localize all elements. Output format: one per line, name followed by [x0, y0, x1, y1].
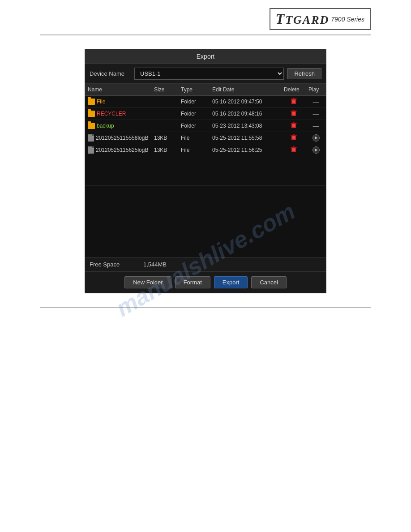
svg-rect-2	[293, 98, 295, 99]
brand-logo: TTGARD 7900 Series	[270, 8, 371, 30]
file-edit-date: 05-25-2012 11:56:25	[210, 147, 281, 153]
no-play-indicator: —	[313, 110, 319, 117]
refresh-button[interactable]: Refresh	[287, 68, 321, 79]
delete-button[interactable]	[291, 97, 297, 106]
file-name-cell: 20120525115558logB	[85, 134, 151, 142]
device-row: Device Name USB1-1 Refresh	[85, 64, 326, 84]
col-play: Play	[306, 86, 326, 94]
file-size: 13KB	[151, 135, 178, 141]
play-cell	[306, 134, 326, 142]
col-edit-date: Edit Date	[210, 86, 281, 94]
play-cell: —	[306, 122, 326, 129]
brand-series: 7900 Series	[331, 16, 364, 23]
export-dialog: Export Device Name USB1-1 Refresh Name S…	[85, 49, 326, 293]
file-name-text: RECYCLER	[97, 111, 126, 117]
file-edit-date: 05-16-2012 09:47:50	[210, 99, 281, 105]
file-list-header: Name Size Type Edit Date Delete Play	[85, 84, 326, 96]
table-row[interactable]: backupFolder05-23-2012 13:43:08 —	[85, 120, 326, 132]
col-size: Size	[151, 86, 178, 94]
file-type: Folder	[178, 99, 210, 105]
free-space-row: Free Space 1,544MB	[85, 257, 326, 272]
play-cell: —	[306, 110, 326, 117]
cancel-button[interactable]: Cancel	[251, 276, 286, 288]
col-type: Type	[178, 86, 210, 94]
new-folder-button[interactable]: New Folder	[124, 276, 171, 288]
delete-cell	[281, 97, 306, 106]
file-icon	[88, 134, 94, 142]
trash-icon	[291, 121, 297, 129]
file-type: Folder	[178, 123, 210, 129]
trash-icon	[291, 97, 297, 104]
svg-rect-7	[291, 111, 297, 112]
file-list-empty	[85, 185, 326, 257]
file-size: 13KB	[151, 147, 178, 153]
col-name: Name	[85, 86, 151, 94]
file-type: Folder	[178, 111, 210, 117]
delete-cell	[281, 146, 306, 154]
svg-rect-25	[291, 147, 297, 148]
format-button[interactable]: Format	[175, 276, 210, 288]
folder-icon	[88, 99, 95, 105]
trash-icon	[291, 109, 297, 116]
no-play-indicator: —	[313, 98, 319, 105]
delete-button[interactable]	[291, 121, 297, 130]
dialog-title: Export	[85, 49, 326, 64]
delete-button[interactable]	[291, 133, 297, 142]
bottom-divider	[40, 307, 371, 308]
file-name-text: 20120525115558logB	[96, 135, 148, 141]
free-space-label: Free Space	[90, 261, 143, 268]
main-content: Export Device Name USB1-1 Refresh Name S…	[0, 35, 411, 293]
file-name-cell: backup	[85, 123, 151, 129]
device-dropdown-wrapper[interactable]: USB1-1	[134, 68, 284, 80]
folder-icon	[88, 111, 95, 117]
file-name-text: backup	[97, 123, 114, 129]
device-label: Device Name	[90, 70, 134, 77]
export-button[interactable]: Export	[214, 276, 248, 288]
svg-rect-13	[291, 123, 297, 124]
file-name-text: File	[97, 99, 105, 105]
file-list: FileFolder05-16-2012 09:47:50 —RECYCLERF…	[85, 96, 326, 185]
play-cell	[306, 146, 326, 154]
svg-rect-14	[293, 122, 295, 123]
svg-rect-20	[293, 134, 295, 135]
file-type: File	[178, 147, 210, 153]
file-edit-date: 05-23-2012 13:43:08	[210, 123, 281, 129]
delete-button[interactable]	[291, 146, 297, 154]
brand-name: TTGARD	[276, 11, 330, 27]
trash-icon	[291, 146, 297, 153]
no-play-indicator: —	[313, 122, 319, 129]
file-type: File	[178, 135, 210, 141]
svg-rect-1	[291, 99, 297, 99]
col-delete: Delete	[281, 86, 306, 94]
delete-cell	[281, 109, 306, 118]
svg-rect-19	[291, 135, 297, 136]
trash-icon	[291, 133, 297, 141]
file-name-cell: RECYCLER	[85, 111, 151, 117]
play-button[interactable]	[313, 146, 320, 154]
dialog-buttons: New Folder Format Export Cancel	[85, 272, 326, 293]
delete-cell	[281, 133, 306, 142]
file-edit-date: 05-16-2012 09:48:16	[210, 111, 281, 117]
free-space-value: 1,544MB	[143, 261, 167, 268]
svg-rect-26	[293, 146, 295, 147]
play-button[interactable]	[313, 134, 320, 142]
file-icon	[88, 146, 94, 154]
folder-icon	[88, 123, 95, 129]
table-row[interactable]: FileFolder05-16-2012 09:47:50 —	[85, 96, 326, 108]
file-name-text: 20120525115625logB	[96, 147, 148, 153]
delete-cell	[281, 121, 306, 130]
svg-rect-8	[293, 110, 295, 111]
file-edit-date: 05-25-2012 11:55:58	[210, 135, 281, 141]
file-name-cell: File	[85, 99, 151, 105]
play-cell: —	[306, 98, 326, 105]
device-select[interactable]: USB1-1	[134, 68, 284, 80]
file-name-cell: 20120525115625logB	[85, 146, 151, 154]
table-row[interactable]: 20120525115625logB13KBFile05-25-2012 11:…	[85, 144, 326, 156]
table-row[interactable]: 20120525115558logB13KBFile05-25-2012 11:…	[85, 132, 326, 144]
delete-button[interactable]	[291, 109, 297, 118]
page-header: TTGARD 7900 Series	[0, 0, 411, 34]
table-row[interactable]: RECYCLERFolder05-16-2012 09:48:16 —	[85, 108, 326, 120]
